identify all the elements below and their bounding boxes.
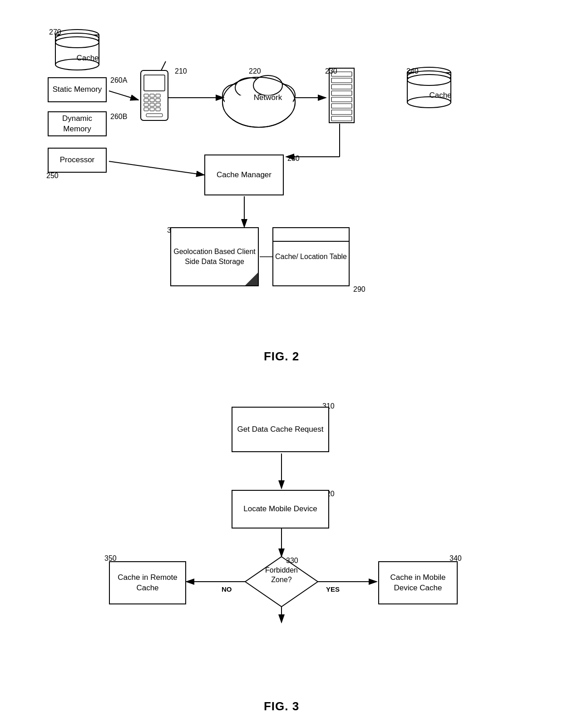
svg-rect-28 (331, 97, 352, 102)
svg-point-32 (55, 30, 99, 40)
svg-rect-26 (331, 85, 352, 89)
svg-rect-2 (144, 75, 165, 91)
svg-rect-7 (150, 99, 154, 102)
svg-line-47 (109, 161, 204, 175)
svg-point-22 (222, 77, 295, 127)
cache-location-box: Cache/ Location Table (272, 227, 350, 286)
svg-rect-30 (331, 110, 352, 115)
ref-270: 270 (49, 28, 61, 36)
ref-220: 220 (249, 67, 261, 75)
svg-rect-27 (331, 91, 352, 95)
ref-330: 330 (286, 557, 298, 565)
ref-230: 230 (325, 67, 337, 75)
cache-manager-box: Cache Manager (204, 155, 284, 195)
no-label: NO (222, 585, 232, 593)
fig3-title: FIG. 3 (0, 696, 563, 713)
geolocation-box: Geolocation Based Client Side Data Stora… (170, 227, 259, 286)
svg-point-36 (55, 37, 99, 48)
svg-rect-0 (141, 70, 168, 120)
svg-point-20 (253, 75, 282, 95)
processor-box: Processor (48, 148, 107, 173)
svg-rect-8 (156, 99, 160, 102)
ref-260b: 260B (110, 113, 127, 121)
svg-rect-25 (331, 78, 352, 83)
ref-250: 250 (46, 172, 59, 180)
yes-label: YES (326, 585, 340, 593)
svg-point-35 (55, 33, 99, 44)
svg-line-42 (109, 91, 138, 100)
cache-270-label: Cache (65, 54, 110, 63)
svg-rect-12 (144, 108, 148, 111)
svg-rect-10 (150, 103, 154, 106)
fig2-title: FIG. 2 (0, 346, 563, 364)
cache-remote-box: Cache in Remote Cache (109, 561, 186, 604)
ref-260a: 260A (110, 76, 127, 85)
cache-mobile-box: Cache in Mobile Device Cache (378, 561, 458, 604)
svg-point-16 (222, 77, 295, 127)
fig3-diagram: 310 320 330 340 350 Get Data Cache Reque… (0, 377, 563, 723)
forbidden-label: Forbidden Zone? (254, 566, 309, 585)
fig2-diagram: 270 260A 260B 250 210 220 230 240 280 30… (0, 0, 563, 373)
static-memory-box: Static Memory (48, 77, 107, 102)
svg-rect-13 (150, 108, 154, 111)
svg-rect-4 (150, 94, 154, 97)
svg-rect-31 (331, 116, 352, 121)
svg-rect-6 (144, 99, 148, 102)
svg-rect-15 (146, 114, 163, 117)
svg-rect-29 (331, 104, 352, 108)
svg-rect-5 (156, 94, 160, 97)
ref-210: 210 (175, 67, 187, 75)
ref-290: 290 (353, 285, 365, 294)
dynamic-memory-box: Dynamic Memory (48, 111, 107, 136)
locate-mobile-box: Locate Mobile Device (232, 490, 329, 529)
svg-rect-3 (144, 94, 148, 97)
get-data-box: Get Data Cache Request (232, 407, 329, 452)
cache-240-label: Cache (418, 91, 463, 100)
svg-rect-14 (156, 108, 160, 111)
svg-rect-11 (156, 103, 160, 106)
ref-280: 280 (287, 155, 300, 163)
svg-line-1 (161, 61, 166, 70)
svg-rect-9 (144, 103, 148, 106)
svg-point-41 (407, 75, 451, 85)
svg-rect-23 (329, 68, 354, 123)
network-label: Network (245, 93, 291, 102)
ref-240: 240 (406, 67, 419, 75)
